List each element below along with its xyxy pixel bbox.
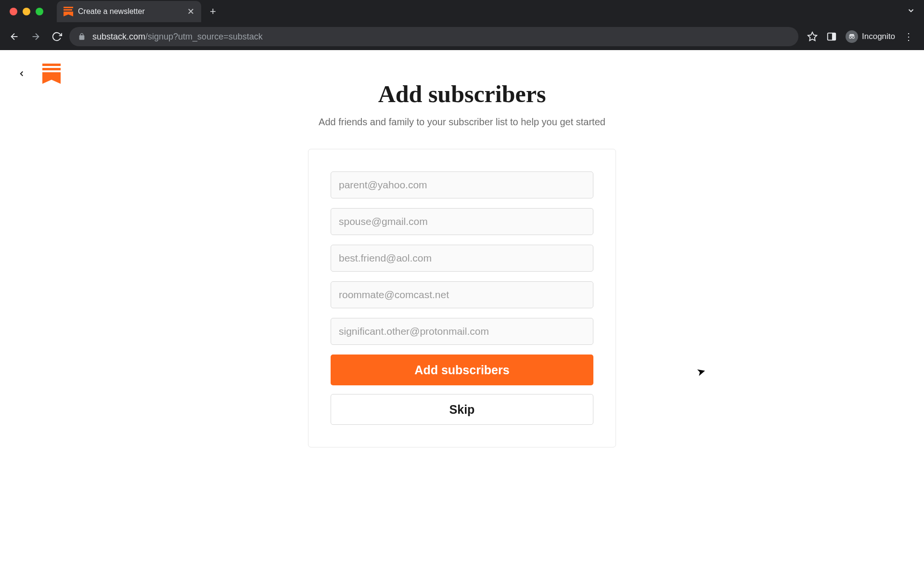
svg-rect-4	[832, 33, 835, 40]
main-content: Add subscribers Add friends and family t…	[308, 50, 616, 447]
address-bar: substack.com/signup?utm_source=substack …	[0, 23, 924, 50]
toolbar-right: Incognito ⋮	[802, 30, 918, 43]
tab-title: Create a newsletter	[78, 7, 182, 16]
mouse-cursor: ➤	[695, 365, 707, 379]
back-button[interactable]	[14, 66, 29, 81]
tabs-dropdown-icon[interactable]	[907, 6, 915, 17]
url-field[interactable]: substack.com/signup?utm_source=substack	[69, 27, 798, 46]
page-title: Add subscribers	[308, 80, 616, 108]
svg-point-5	[849, 36, 852, 39]
skip-button[interactable]: Skip	[331, 394, 593, 425]
incognito-icon	[846, 30, 858, 43]
tab-bar: Create a newsletter ✕ +	[0, 0, 924, 23]
incognito-indicator[interactable]: Incognito	[846, 30, 895, 43]
tab-close-icon[interactable]: ✕	[187, 6, 194, 17]
side-panel-icon[interactable]	[826, 31, 837, 42]
page-header	[14, 64, 61, 84]
browser-tab[interactable]: Create a newsletter ✕	[57, 1, 201, 22]
email-input-5[interactable]	[331, 318, 593, 345]
bookmark-star-icon[interactable]	[807, 31, 818, 42]
window-minimize-button[interactable]	[23, 8, 30, 15]
email-input-3[interactable]	[331, 245, 593, 272]
page-subtitle: Add friends and family to your subscribe…	[308, 117, 616, 128]
browser-chrome: Create a newsletter ✕ + substack.com/sig…	[0, 0, 924, 50]
subscriber-form-card: Add subscribers Skip	[308, 149, 616, 447]
new-tab-button[interactable]: +	[210, 5, 216, 18]
email-input-1[interactable]	[331, 171, 593, 198]
url-text: substack.com/signup?utm_source=substack	[92, 32, 263, 42]
window-close-button[interactable]	[10, 8, 17, 15]
page-content: Add subscribers Add friends and family t…	[0, 50, 924, 578]
svg-marker-2	[808, 32, 817, 40]
add-subscribers-button[interactable]: Add subscribers	[331, 355, 593, 385]
lock-icon	[78, 33, 86, 40]
browser-menu-icon[interactable]: ⋮	[904, 31, 913, 42]
svg-point-6	[852, 36, 855, 39]
substack-favicon	[64, 7, 73, 16]
window-controls	[6, 8, 47, 15]
incognito-label: Incognito	[862, 32, 895, 41]
nav-back-button[interactable]	[6, 28, 23, 45]
email-input-2[interactable]	[331, 208, 593, 235]
window-maximize-button[interactable]	[36, 8, 43, 15]
substack-logo[interactable]	[42, 64, 61, 84]
nav-forward-button[interactable]	[27, 28, 44, 45]
email-input-4[interactable]	[331, 281, 593, 308]
nav-reload-button[interactable]	[48, 28, 65, 45]
